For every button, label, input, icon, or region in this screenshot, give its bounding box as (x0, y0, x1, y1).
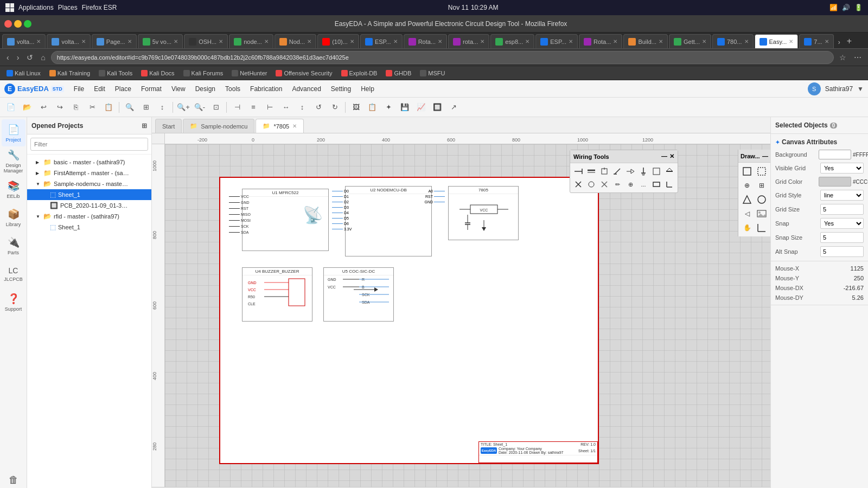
dt-add[interactable]: ⊕ (741, 179, 754, 192)
component-rfid[interactable]: U1 MFRC522 VCC GND (242, 189, 329, 251)
window-close-btn[interactable] (4, 20, 12, 28)
os-grid-icon[interactable] (5, 3, 14, 12)
schematic-canvas[interactable]: U1 MFRC522 VCC GND (165, 144, 770, 487)
menu-design[interactable]: Design (191, 83, 220, 95)
sidebar-item-eelib[interactable]: 📚 EELib (2, 176, 25, 203)
tab-close-8[interactable]: ✕ (350, 38, 354, 44)
home-btn[interactable]: ⌂ (39, 52, 47, 63)
browser-tab-3[interactable]: Page... ✕ (92, 34, 137, 48)
tab-close-13[interactable]: ✕ (569, 38, 573, 44)
sidebar-item-library[interactable]: 📦 Library (2, 204, 25, 231)
tab-close-16[interactable]: ✕ (702, 38, 706, 44)
browser-tab-19[interactable]: 7... ✕ (799, 34, 833, 48)
background-swatch[interactable] (819, 150, 851, 159)
tab-close-19[interactable]: ✕ (825, 38, 829, 44)
dt-prev[interactable]: ◁ (741, 207, 754, 220)
window-max-btn[interactable] (24, 20, 31, 28)
wt-netlabel[interactable] (624, 165, 636, 177)
browser-tab-17[interactable]: 780... ✕ (712, 34, 754, 48)
sidebar-item-parts[interactable]: 🔌 Parts (2, 232, 25, 259)
component-voltage-reg[interactable]: 7805 VCC (448, 186, 519, 240)
canvas-tab-start[interactable]: Start (155, 119, 182, 133)
browser-tab-5[interactable]: OSH... ✕ (184, 34, 228, 48)
menu-advanced[interactable]: Advanced (288, 83, 325, 95)
dt-circle[interactable] (755, 193, 768, 206)
tab-close-15[interactable]: ✕ (659, 38, 663, 44)
menu-setting[interactable]: Setting (327, 83, 355, 95)
browser-tab-1[interactable]: volta... ✕ (2, 34, 46, 48)
wiring-tools-header[interactable]: Wiring Tools — ✕ (570, 150, 678, 163)
browser-tab-6[interactable]: node... ✕ (229, 34, 273, 48)
tab-more-btn[interactable]: › (835, 36, 844, 48)
menu-help[interactable]: Help (356, 83, 379, 95)
component-spi[interactable]: U5 COC-SIC-DC GND VCC (323, 267, 394, 322)
browser-tab-12[interactable]: esp8... ✕ (490, 34, 534, 48)
bookmark-exploit-db[interactable]: Exploit-DB (338, 69, 381, 78)
bookmark-kali-forums[interactable]: Kali Forums (180, 69, 227, 78)
menu-view[interactable]: View (167, 83, 190, 95)
bookmark-offensive[interactable]: Offensive Security (272, 69, 335, 78)
tab-close-7[interactable]: ✕ (307, 38, 311, 44)
filter-input[interactable] (30, 138, 148, 151)
canvas-tab-nodemcu[interactable]: 📁 Sample-nodemcu (183, 119, 254, 133)
wt-junction[interactable] (598, 165, 610, 177)
visible-grid-select[interactable]: Yes No (820, 163, 864, 174)
toolbar-simulate[interactable]: 📈 (413, 100, 429, 115)
dt-angle2[interactable] (755, 221, 768, 234)
grid-color-swatch[interactable] (819, 177, 851, 187)
os-places[interactable]: Places (58, 4, 78, 11)
tab-close-9[interactable]: ✕ (393, 38, 398, 44)
wt-vcc[interactable] (663, 165, 675, 177)
bookmark-msfu[interactable]: MSFU (417, 69, 448, 78)
toolbar-bom[interactable]: 📋 (365, 100, 380, 115)
bookmark-kali-docs[interactable]: Kali Docs (138, 69, 177, 78)
sidebar-item-design-manager[interactable]: 🔧 Design Manager (2, 147, 25, 175)
bookmark-btn[interactable]: ☆ (837, 52, 848, 63)
grid-size-input[interactable] (820, 204, 864, 215)
menu-btn[interactable]: ⋯ (852, 52, 864, 63)
tab-close-10[interactable]: ✕ (438, 38, 442, 44)
bookmark-kali-linux[interactable]: Kali Linux (3, 69, 44, 78)
menu-file[interactable]: File (69, 83, 88, 95)
wt-dots[interactable]: ... (637, 178, 649, 190)
tab-add-btn[interactable]: + (844, 34, 855, 48)
alt-snap-input[interactable] (820, 246, 864, 257)
toolbar-open[interactable]: 📂 (20, 100, 35, 115)
tab-close-17[interactable]: ✕ (744, 38, 749, 44)
tab-close-18[interactable]: ✕ (789, 38, 793, 44)
toolbar-copy[interactable]: ⎘ (68, 100, 84, 115)
menu-place[interactable]: Place (111, 83, 136, 95)
browser-tab-18[interactable]: Easy... ✕ (755, 34, 799, 48)
menu-tools[interactable]: Tools (221, 83, 245, 95)
os-apps[interactable]: Applications (18, 4, 54, 11)
tree-item-sheet1[interactable]: ⬚ Sheet_1 (27, 189, 151, 200)
user-avatar[interactable]: S (808, 82, 821, 95)
sidebar-item-recycle[interactable]: 🗑 Recycle Bin (2, 473, 25, 488)
toolbar-redo[interactable]: ↪ (52, 100, 67, 115)
tab-close-6[interactable]: ✕ (264, 38, 269, 44)
wiring-close-btn[interactable]: ✕ (669, 153, 674, 160)
wt-bus[interactable] (585, 165, 597, 177)
bookmark-kali-tools[interactable]: Kali Tools (95, 69, 136, 78)
bookmark-kali-training[interactable]: Kali Training (46, 69, 94, 78)
toolbar-layers[interactable]: 🔲 (430, 100, 445, 115)
toolbar-align-right[interactable]: ⊢ (262, 100, 277, 115)
grid-style-select[interactable]: line dot (820, 190, 864, 201)
tree-item-firstattempt[interactable]: ▶ 📁 FirstAttempt - master - (sathir... (27, 168, 151, 178)
wt-rect[interactable] (650, 178, 662, 190)
toolbar-cut[interactable]: ✂ (85, 100, 100, 115)
toolbar-share[interactable]: ↗ (446, 100, 461, 115)
toolbar-flip-v[interactable]: ↕ (295, 100, 310, 115)
browser-tab-7[interactable]: Nod... ✕ (275, 34, 316, 48)
toolbar-filter[interactable]: ⊞ (138, 100, 154, 115)
browser-tab-11[interactable]: rota... ✕ (448, 34, 489, 48)
wt-noconn[interactable] (572, 178, 584, 190)
bookmark-nethunter[interactable]: NetHunter (228, 69, 270, 78)
toolbar-zoom-out[interactable]: 🔍- (192, 100, 207, 115)
forward-btn[interactable]: › (15, 52, 22, 63)
draw-collapse[interactable]: — (762, 153, 768, 159)
wt-angle[interactable] (663, 178, 675, 190)
address-input[interactable] (51, 51, 834, 64)
os-browser-label[interactable]: Firefox ESR (82, 4, 117, 11)
menu-fabrication[interactable]: Fabrication (246, 83, 286, 95)
